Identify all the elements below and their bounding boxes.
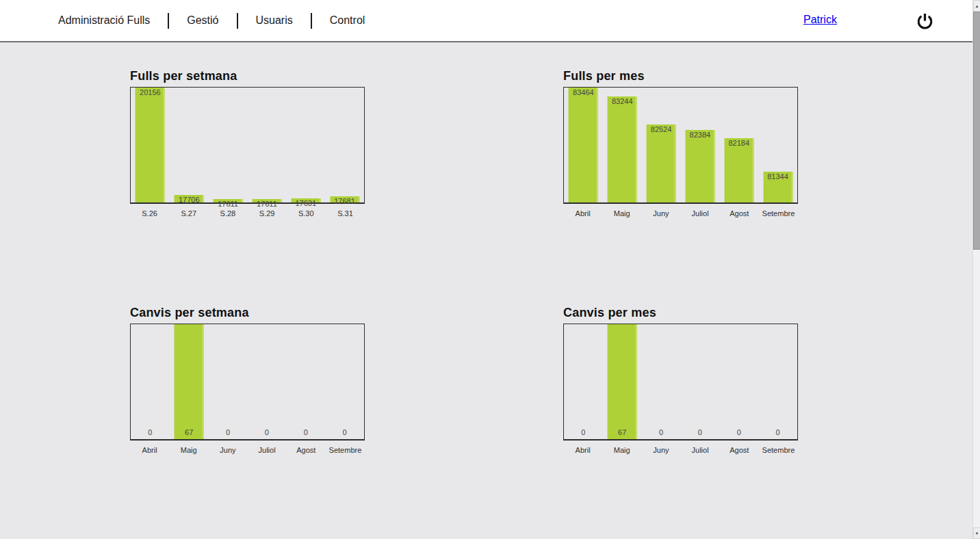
bar-value-label: 0 — [581, 428, 585, 436]
bar-value-label: 17611 — [218, 200, 238, 208]
bar-slot: 17681 — [325, 88, 364, 202]
bar-value-label: 67 — [618, 428, 626, 436]
x-axis-label: Setembre — [759, 209, 798, 218]
bar-value-label: 0 — [226, 428, 230, 436]
nav-separator — [237, 13, 238, 29]
bar-value-label: 0 — [265, 428, 269, 436]
scrollbar-thumb[interactable] — [973, 12, 980, 250]
bar-value-label: 17631 — [295, 199, 316, 207]
bar-slot: 82524 — [642, 88, 681, 202]
bar-value-label: 17611 — [257, 200, 277, 208]
bar-slot: 0 — [642, 324, 681, 439]
x-axis-label: Juliol — [248, 446, 287, 454]
bar-value-label: 17681 — [334, 197, 355, 205]
power-icon — [916, 22, 934, 32]
bar-Agost — [724, 138, 753, 202]
bar-Maig — [175, 324, 204, 439]
bar-slot: 83244 — [603, 88, 642, 202]
chart-title: Fulls per setmana — [130, 68, 365, 83]
x-axis-label: S.27 — [169, 209, 208, 218]
nav-separator — [311, 13, 312, 29]
x-axis-label: Juny — [641, 209, 680, 218]
scroll-down-icon[interactable]: ▼ — [973, 527, 980, 539]
chart-plot-area: 201561770617611176111763117681 — [130, 87, 365, 204]
bar-Maig — [608, 96, 637, 202]
bar-slot: 67 — [170, 324, 209, 439]
chart-plot-area: 0670000 — [563, 324, 798, 441]
bar-slot: 0 — [247, 324, 286, 439]
x-axis-label: Abril — [563, 446, 602, 454]
chart-canvis-per-setmana: Canvis per setmana 0670000 AbrilMaigJuny… — [130, 305, 365, 454]
bar-value-label: 0 — [342, 428, 346, 436]
bar-value-label: 81344 — [767, 172, 788, 181]
chart-title: Canvis per setmana — [130, 305, 365, 320]
bar-value-label: 82524 — [651, 125, 672, 133]
nav-item-usuaris[interactable]: Usuaris — [256, 14, 293, 27]
x-axis-label: Abril — [563, 209, 602, 218]
bar-slot: 0 — [131, 324, 170, 439]
main-nav: Administració Fulls Gestió Usuaris Contr… — [58, 13, 365, 29]
x-axis-label: Maig — [169, 446, 208, 454]
bar-value-label: 82384 — [690, 131, 711, 139]
x-axis-label: Agost — [287, 446, 326, 454]
chart-plot-area: 0670000 — [130, 324, 365, 441]
x-axis-labels: AbrilMaigJunyJuliolAgostSetembre — [563, 446, 798, 454]
bar-slot: 82384 — [680, 88, 719, 202]
bar-value-label: 67 — [185, 428, 193, 436]
x-axis-label: S.31 — [326, 209, 365, 218]
user-profile-link[interactable]: Patrick — [803, 14, 837, 26]
bar-value-label: 82184 — [728, 139, 749, 147]
bar-value-label: 0 — [737, 428, 741, 436]
x-axis-label: Juliol — [681, 209, 720, 218]
x-axis-label: Maig — [602, 446, 641, 454]
bar-slot: 0 — [564, 324, 603, 439]
bar-Abril — [569, 88, 598, 202]
scroll-up-icon[interactable]: ▲ — [973, 0, 980, 12]
bar-value-label: 0 — [775, 428, 779, 436]
bar-slot: 17611 — [209, 88, 248, 202]
nav-item-administracio-fulls[interactable]: Administració Fulls — [58, 14, 150, 27]
bar-slot: 17611 — [247, 88, 286, 202]
nav-item-control[interactable]: Control — [330, 14, 365, 27]
bar-slot: 0 — [758, 324, 797, 439]
nav-item-gestio[interactable]: Gestió — [187, 14, 218, 27]
bar-slot: 20156 — [131, 88, 170, 202]
bar-slot: 0 — [286, 324, 325, 439]
chart-fulls-per-mes: Fulls per mes 83464832448252482384821848… — [563, 68, 798, 218]
x-axis-label: Juliol — [681, 446, 720, 454]
bar-slot: 0 — [325, 324, 364, 439]
x-axis-label: Agost — [720, 209, 759, 218]
x-axis-label: Maig — [602, 209, 641, 218]
nav-separator — [168, 13, 169, 29]
bar-slot: 0 — [680, 324, 719, 439]
bar-slot: 83464 — [564, 88, 603, 202]
logout-button[interactable] — [916, 12, 934, 30]
x-axis-label: Juny — [641, 446, 680, 454]
chart-canvis-per-mes: Canvis per mes 0670000 AbrilMaigJunyJuli… — [563, 305, 798, 454]
bar-value-label: 0 — [659, 428, 663, 436]
x-axis-label: S.29 — [248, 209, 287, 218]
bar-Maig — [608, 324, 637, 439]
bar-slot: 67 — [603, 324, 642, 439]
bar-slot: 82184 — [719, 88, 758, 202]
x-axis-labels: AbrilMaigJunyJuliolAgostSetembre — [563, 209, 798, 218]
bar-slot: 81344 — [758, 88, 797, 202]
bar-value-label: 83464 — [573, 88, 594, 96]
bar-value-label: 0 — [148, 428, 152, 436]
header-divider — [0, 41, 972, 42]
x-axis-labels: AbrilMaigJunyJuliolAgostSetembre — [130, 446, 365, 454]
x-axis-label: Agost — [720, 446, 759, 454]
bar-S.26 — [136, 88, 165, 202]
x-axis-label: Juny — [208, 446, 247, 454]
bar-slot: 17631 — [286, 88, 325, 202]
bar-value-label: 17706 — [179, 196, 200, 204]
x-axis-label: S.26 — [130, 209, 169, 218]
chart-title: Canvis per mes — [563, 305, 798, 320]
x-axis-label: Setembre — [326, 446, 365, 454]
chart-title: Fulls per mes — [563, 68, 798, 83]
x-axis-label: S.28 — [208, 209, 247, 218]
chart-fulls-per-setmana: Fulls per setmana 2015617706176111761117… — [130, 68, 365, 218]
chart-plot-area: 834648324482524823848218481344 — [563, 87, 798, 204]
vertical-scrollbar[interactable]: ▲ ▼ — [972, 0, 980, 539]
x-axis-labels: S.26S.27S.28S.29S.30S.31 — [130, 209, 365, 218]
